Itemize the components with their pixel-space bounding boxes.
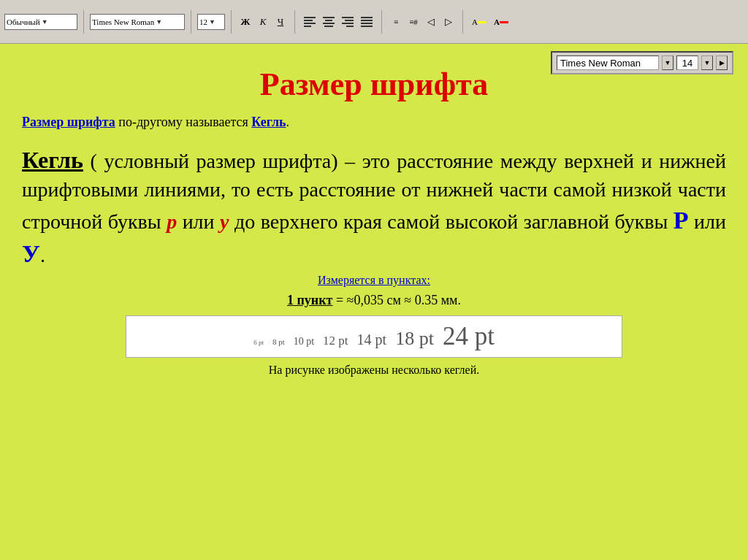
list-group: ≡ ≡# ◁ ▷ bbox=[388, 14, 457, 30]
indent-decrease-button[interactable]: ◁ bbox=[423, 14, 439, 30]
one-punkt-label: 1 пункт bbox=[287, 293, 332, 307]
font-select-value: Times New Roman bbox=[92, 18, 154, 26]
font-selector-arrow[interactable]: ▼ bbox=[662, 55, 673, 70]
letter-y: у bbox=[220, 210, 229, 233]
font-size-illustration: 6 pt 8 pt 10 pt 12 pt 14 pt 18 pt 24 pt bbox=[126, 315, 622, 358]
align-left-button[interactable] bbox=[301, 14, 318, 30]
underline-button[interactable]: Ч bbox=[272, 14, 289, 30]
font-color-button[interactable]: A bbox=[491, 14, 511, 30]
fs-10pt: 10 pt bbox=[294, 336, 314, 348]
style-select-value: Обычный bbox=[7, 18, 40, 26]
fs-24pt: 24 pt bbox=[443, 322, 495, 351]
main-text-2: до верхнего края самой высокой заглавной… bbox=[229, 210, 673, 233]
align-left-icon bbox=[304, 17, 316, 27]
fs-18pt: 18 pt bbox=[395, 328, 434, 350]
align-justify-button[interactable] bbox=[358, 14, 375, 30]
style-select-arrow: ▼ bbox=[42, 18, 48, 26]
measures-line: Измеряется в пунктах: bbox=[22, 274, 726, 287]
align-justify-icon bbox=[361, 17, 373, 27]
point-def-rest: = ≈0,035 см ≈ 0.35 мм. bbox=[332, 293, 461, 307]
numbered-list-button[interactable]: ≡# bbox=[405, 14, 421, 30]
toolbar: Обычный ▼ Times New Roman ▼ 12 ▼ Ж К Ч bbox=[0, 0, 748, 44]
fs-14pt: 14 pt bbox=[357, 331, 387, 348]
format-group: Ж К Ч bbox=[237, 14, 289, 30]
letter-P: Р bbox=[673, 207, 689, 234]
sep4 bbox=[294, 10, 295, 34]
align-right-button[interactable] bbox=[339, 14, 356, 30]
sep3 bbox=[231, 10, 232, 34]
align-group bbox=[301, 14, 375, 30]
size-select-arrow: ▼ bbox=[209, 18, 215, 26]
subtitle-line: Размер шрифта по-другому называется Кегл… bbox=[22, 115, 726, 130]
font-selector-value: Times New Roman bbox=[560, 58, 641, 69]
size-select[interactable]: 12 ▼ bbox=[197, 14, 225, 30]
para-end: . bbox=[40, 244, 45, 266]
fs-6pt: 6 pt bbox=[253, 339, 264, 346]
style-group: Обычный ▼ bbox=[4, 14, 77, 30]
font-select[interactable]: Times New Roman ▼ bbox=[90, 14, 185, 30]
font-group: Times New Roman ▼ bbox=[90, 14, 185, 30]
font-selector-input[interactable]: Times New Roman bbox=[557, 55, 659, 70]
sep5 bbox=[381, 10, 382, 34]
letter-Y: У bbox=[22, 240, 40, 267]
kegel-word: Кегль bbox=[22, 147, 83, 173]
highlight-button[interactable]: A bbox=[469, 14, 489, 30]
align-center-button[interactable] bbox=[320, 14, 337, 30]
or-text-2: или bbox=[689, 210, 726, 233]
letter-p: р bbox=[167, 210, 177, 233]
or-text-1: или bbox=[177, 210, 220, 233]
point-definition: 1 пункт = ≈0,035 см ≈ 0.35 мм. bbox=[22, 293, 726, 308]
style-select[interactable]: Обычный ▼ bbox=[4, 14, 77, 30]
font-size-arrow[interactable]: ▼ bbox=[701, 55, 713, 70]
sep2 bbox=[191, 10, 191, 34]
align-center-icon bbox=[323, 17, 335, 27]
main-paragraph: Кегль ( условный размер шрифта) – это ра… bbox=[22, 145, 726, 271]
color-group: A A bbox=[469, 14, 511, 30]
caption-line: На рисунке изображены несколько кеглей. bbox=[22, 364, 726, 377]
subtitle-text1: по-другому называется bbox=[115, 115, 251, 129]
highlight-icon: A bbox=[472, 18, 478, 26]
subtitle-link1: Размер шрифта bbox=[22, 115, 115, 129]
font-color-bar bbox=[500, 21, 508, 23]
sep6 bbox=[462, 10, 463, 34]
highlight-color-bar bbox=[478, 21, 486, 23]
size-group: 12 ▼ bbox=[197, 14, 225, 30]
subtitle-end: . bbox=[286, 115, 290, 129]
size-select-value: 12 bbox=[199, 18, 207, 26]
bold-button[interactable]: Ж bbox=[237, 14, 253, 30]
sep1 bbox=[83, 10, 84, 34]
list-button[interactable]: ≡ bbox=[388, 14, 404, 30]
main-content: Times New Roman ▼ 14 ▼ ▶ Размер шрифта Р… bbox=[0, 44, 748, 560]
font-size-value[interactable]: 14 bbox=[676, 55, 698, 70]
font-selector-box: Times New Roman ▼ 14 ▼ ▶ bbox=[551, 51, 733, 74]
subtitle-link2: Кегль bbox=[251, 115, 286, 129]
font-size-increment[interactable]: ▶ bbox=[716, 55, 728, 70]
fs-12pt: 12 pt bbox=[323, 334, 348, 348]
font-select-arrow: ▼ bbox=[156, 18, 162, 26]
italic-button[interactable]: К bbox=[255, 14, 271, 30]
align-right-icon bbox=[342, 17, 354, 27]
indent-increase-button[interactable]: ▷ bbox=[440, 14, 457, 30]
font-color-icon: A bbox=[494, 18, 500, 26]
fs-8pt: 8 pt bbox=[272, 337, 285, 346]
